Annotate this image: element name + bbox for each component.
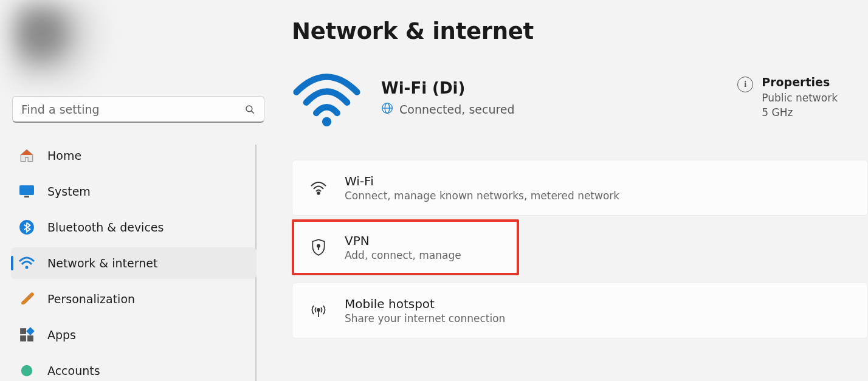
svg-point-15 <box>317 192 320 194</box>
profile-area[interactable] <box>11 0 257 85</box>
option-wifi[interactable]: Wi-Fi Connect, manage known networks, me… <box>292 160 868 216</box>
brush-icon <box>18 290 35 307</box>
sidebar-item-label: Network & internet <box>47 256 157 270</box>
wifi-icon <box>309 179 328 197</box>
network-status-text: Wi-Fi (Di) Connected, secured <box>381 79 718 117</box>
hotspot-icon <box>309 301 328 320</box>
svg-rect-2 <box>19 185 34 195</box>
page-title: Network & internet <box>292 18 868 44</box>
system-icon <box>18 183 35 200</box>
option-title: VPN <box>345 233 461 248</box>
svg-rect-8 <box>20 335 26 342</box>
wifi-icon <box>18 255 35 272</box>
sidebar-item-accounts[interactable]: Accounts <box>11 355 257 381</box>
home-icon <box>18 147 35 164</box>
properties-line: 5 GHz <box>762 106 838 120</box>
option-title: Wi-Fi <box>345 174 619 188</box>
apps-icon <box>18 326 35 343</box>
sidebar-item-system[interactable]: System <box>11 176 257 207</box>
svg-rect-6 <box>20 328 26 334</box>
search-input[interactable] <box>12 96 264 123</box>
svg-rect-7 <box>26 327 35 335</box>
globe-icon <box>381 102 393 117</box>
svg-rect-9 <box>27 335 33 342</box>
sidebar-item-network[interactable]: Network & internet <box>11 247 257 279</box>
sidebar-item-label: Accounts <box>47 364 100 377</box>
svg-point-11 <box>322 117 331 126</box>
network-name: Wi-Fi (Di) <box>381 79 718 97</box>
sidebar-item-bluetooth[interactable]: Bluetooth & devices <box>11 211 257 243</box>
option-subtitle: Add, connect, manage <box>345 249 461 261</box>
properties-title: Properties <box>762 75 838 89</box>
svg-point-5 <box>26 266 29 269</box>
main-content: Network & internet Wi-Fi (Di) Connected,… <box>267 0 868 381</box>
nav-list: Home System Bluetooth & devices Network … <box>11 140 257 381</box>
wifi-large-icon <box>292 67 362 128</box>
svg-point-16 <box>317 245 320 247</box>
shield-lock-icon <box>309 238 328 256</box>
accounts-icon <box>18 362 35 379</box>
search-icon <box>244 104 255 115</box>
properties-line: Public network <box>762 91 838 106</box>
sidebar-item-home[interactable]: Home <box>11 140 257 171</box>
option-mobile-hotspot[interactable]: Mobile hotspot Share your internet conne… <box>292 283 868 338</box>
option-title: Mobile hotspot <box>345 297 505 311</box>
svg-rect-3 <box>24 196 29 197</box>
bluetooth-icon <box>18 219 35 236</box>
option-vpn[interactable]: VPN Add, connect, manage <box>292 219 519 275</box>
sidebar-item-label: Bluetooth & devices <box>47 221 164 234</box>
svg-point-18 <box>317 309 320 311</box>
properties-block[interactable]: i Properties Public network 5 GHz <box>737 75 856 120</box>
svg-point-0 <box>246 106 252 112</box>
sidebar-item-personalization[interactable]: Personalization <box>11 283 257 315</box>
option-subtitle: Share your internet connection <box>345 312 505 324</box>
svg-point-10 <box>21 365 32 376</box>
svg-line-1 <box>252 111 254 113</box>
sidebar: Home System Bluetooth & devices Network … <box>0 0 267 381</box>
sidebar-item-apps[interactable]: Apps <box>11 319 257 351</box>
info-icon: i <box>737 77 753 92</box>
sidebar-item-label: Apps <box>47 328 76 342</box>
sidebar-item-label: System <box>47 185 91 198</box>
sidebar-item-label: Personalization <box>47 292 135 306</box>
network-status-row: Wi-Fi (Di) Connected, secured i Properti… <box>292 67 868 128</box>
option-subtitle: Connect, manage known networks, metered … <box>345 190 619 202</box>
sidebar-item-label: Home <box>47 149 81 162</box>
network-status-detail: Connected, secured <box>399 103 515 116</box>
